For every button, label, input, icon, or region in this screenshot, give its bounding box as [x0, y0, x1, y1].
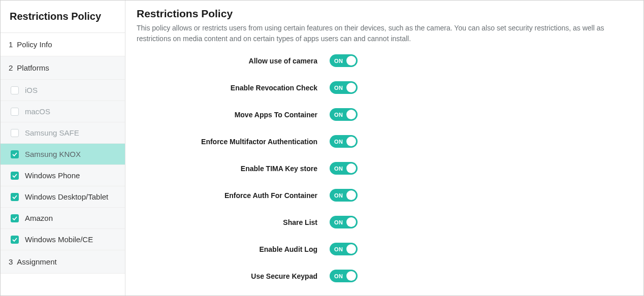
platform-label: Samsung SAFE — [25, 128, 79, 137]
checkbox-checked-icon[interactable] — [11, 150, 19, 158]
setting-label: Move Apps To Container — [137, 111, 330, 119]
page-description: This policy allows or restricts users fr… — [137, 23, 633, 44]
setting-row: Allow use of camera ON — [137, 54, 633, 67]
settings-list: Allow use of camera ON Enable Revocation… — [137, 54, 633, 295]
setting-label: Enable TIMA Key store — [137, 165, 330, 173]
platform-label: Windows Desktop/Tablet — [25, 192, 108, 201]
platform-label: Windows Mobile/CE — [25, 235, 93, 244]
setting-label: Enforce Auth For Container — [137, 191, 330, 200]
toggle-knob-icon — [346, 271, 356, 281]
platform-item-amazon[interactable]: Amazon — [1, 208, 125, 229]
toggle-on-label: ON — [334, 58, 343, 64]
main-panel: Restrictions Policy This policy allows o… — [125, 1, 643, 295]
setting-label: Enable Revocation Check — [137, 84, 330, 92]
platform-item-windows-desktop-tablet[interactable]: Windows Desktop/Tablet — [1, 186, 125, 208]
toggle-on-label: ON — [334, 246, 343, 252]
toggle-knob-icon — [346, 163, 356, 173]
nav-step-num: 1 — [9, 40, 13, 49]
checkbox-unchecked-icon[interactable] — [11, 129, 19, 137]
setting-row: Move Apps To Container ON — [137, 108, 633, 121]
toggle-mfa[interactable]: ON — [330, 135, 358, 148]
toggle-on-label: ON — [334, 139, 343, 145]
checkbox-unchecked-icon[interactable] — [11, 108, 19, 116]
setting-row: Enforce Auth For Container ON — [137, 189, 633, 202]
setting-label: Share List — [137, 218, 330, 226]
toggle-auth-container[interactable]: ON — [330, 189, 358, 202]
setting-label: Use Secure Keypad — [137, 272, 330, 280]
toggle-secure-keypad[interactable]: ON — [330, 270, 358, 282]
setting-label: Allow use of camera — [137, 57, 330, 65]
platform-item-ios[interactable]: iOS — [1, 80, 125, 101]
toggle-on-label: ON — [334, 85, 343, 91]
toggle-share-list[interactable]: ON — [330, 216, 358, 228]
checkbox-checked-icon[interactable] — [11, 193, 19, 201]
platform-label: Amazon — [25, 214, 53, 222]
toggle-audit-log[interactable]: ON — [330, 243, 358, 255]
setting-row: Share List ON — [137, 216, 633, 228]
checkbox-unchecked-icon[interactable] — [11, 86, 19, 94]
nav-step-num: 3 — [9, 257, 13, 266]
toggle-tima-keystore[interactable]: ON — [330, 162, 358, 175]
nav-step-num: 2 — [9, 63, 13, 72]
toggle-allow-camera[interactable]: ON — [330, 54, 358, 67]
sidebar: Restrictions Policy 1 Policy Info 2 Plat… — [1, 1, 125, 295]
toggle-on-label: ON — [334, 166, 343, 172]
toggle-knob-icon — [346, 244, 356, 254]
toggle-on-label: ON — [334, 112, 343, 118]
setting-label: Enable Audit Log — [137, 245, 330, 253]
nav-step-platforms[interactable]: 2 Platforms — [1, 56, 125, 80]
platform-label: Samsung KNOX — [25, 150, 81, 158]
setting-row: Enable Revocation Check ON — [137, 81, 633, 94]
toggle-knob-icon — [346, 110, 356, 119]
platform-item-windows-phone[interactable]: Windows Phone — [1, 165, 125, 186]
checkbox-checked-icon[interactable] — [11, 214, 19, 222]
nav-step-label: Policy Info — [17, 40, 52, 49]
nav-step-policy-info[interactable]: 1 Policy Info — [1, 33, 125, 56]
toggle-revocation-check[interactable]: ON — [330, 81, 358, 94]
platform-label: macOS — [25, 107, 50, 116]
platform-label: Windows Phone — [25, 171, 80, 180]
nav-step-label: Assignment — [17, 257, 56, 266]
setting-row: Enforce Multifactor Authentication ON — [137, 135, 633, 148]
toggle-on-label: ON — [334, 219, 343, 225]
checkbox-checked-icon[interactable] — [11, 236, 19, 244]
toggle-knob-icon — [346, 217, 356, 227]
setting-row: Enable TIMA Key store ON — [137, 162, 633, 175]
platform-item-samsung-knox[interactable]: Samsung KNOX — [1, 144, 125, 165]
toggle-on-label: ON — [334, 192, 343, 199]
toggle-on-label: ON — [334, 273, 343, 279]
sidebar-title: Restrictions Policy — [1, 1, 125, 33]
toggle-move-apps-container[interactable]: ON — [330, 108, 358, 121]
nav-step-label: Platforms — [17, 63, 49, 72]
setting-row: Use Secure Keypad ON — [137, 270, 633, 282]
platform-label: iOS — [25, 86, 38, 94]
platform-item-samsung-safe[interactable]: Samsung SAFE — [1, 122, 125, 144]
page-title: Restrictions Policy — [137, 8, 633, 20]
nav-step-assignment[interactable]: 3 Assignment — [1, 250, 125, 274]
toggle-knob-icon — [346, 83, 356, 92]
platform-item-macos[interactable]: macOS — [1, 101, 125, 122]
checkbox-checked-icon[interactable] — [11, 172, 19, 180]
toggle-knob-icon — [346, 137, 356, 146]
setting-row: Enable Audit Log ON — [137, 243, 633, 255]
setting-label: Enforce Multifactor Authentication — [137, 138, 330, 146]
platform-item-windows-mobile-ce[interactable]: Windows Mobile/CE — [1, 229, 125, 250]
toggle-knob-icon — [346, 56, 356, 65]
toggle-knob-icon — [346, 190, 356, 200]
